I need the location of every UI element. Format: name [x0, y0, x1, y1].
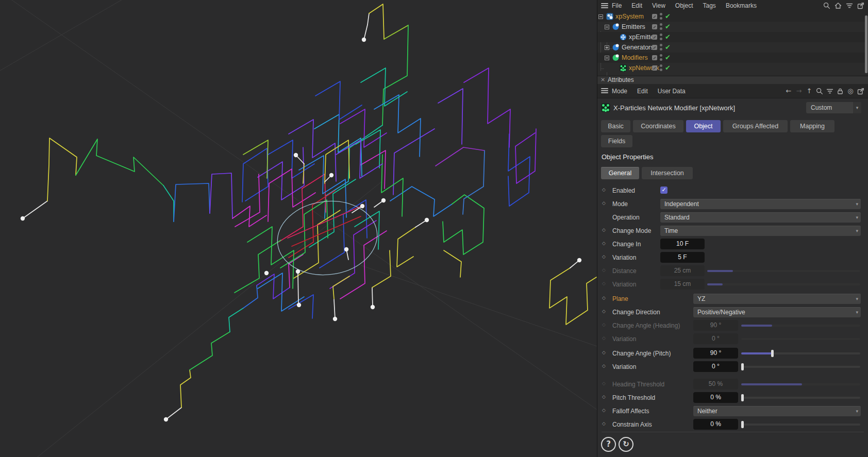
tree-row-xpnetwork[interactable]: xpNetwork✔: [597, 63, 868, 73]
search-icon[interactable]: [823, 2, 830, 9]
keyframe-diamond-icon[interactable]: ◇: [602, 408, 606, 413]
hamburger-menu-icon[interactable]: [601, 3, 608, 9]
value-input[interactable]: 0 °: [693, 361, 738, 372]
edit-toggle-icon[interactable]: [652, 55, 657, 60]
keyframe-diamond-icon[interactable]: ◇: [602, 350, 606, 355]
value-input[interactable]: 5 F: [660, 252, 705, 263]
filter-icon[interactable]: [846, 2, 853, 9]
tree-row-xpemitter[interactable]: xpEmitter✔: [597, 32, 868, 42]
menu-item-view[interactable]: View: [652, 2, 665, 9]
enabled-check-icon[interactable]: ✔: [665, 63, 671, 73]
keyframe-diamond-icon[interactable]: ◇: [602, 421, 606, 426]
expand-icon[interactable]: [605, 45, 609, 50]
tab-groups-affected[interactable]: Groups Affected: [723, 120, 788, 132]
forward-arrow-icon[interactable]: →: [795, 88, 803, 95]
edit-toggle-icon[interactable]: [652, 24, 657, 29]
enabled-check-icon[interactable]: ✔: [665, 32, 671, 42]
menu-item-bookmarks[interactable]: Bookmarks: [726, 2, 757, 9]
tree-row-xpsystem[interactable]: xpSystem✔: [597, 11, 868, 22]
tab-basic[interactable]: Basic: [601, 120, 630, 132]
keyframe-diamond-icon[interactable]: ◇: [602, 381, 606, 386]
tab-object[interactable]: Object: [686, 120, 721, 132]
menu-item-edit[interactable]: Edit: [631, 2, 642, 9]
keyframe-diamond-icon[interactable]: ◇: [602, 394, 606, 399]
value-input[interactable]: 90 °: [693, 348, 738, 359]
tree-row-modifiers[interactable]: Modifiers✔: [597, 53, 868, 63]
value-input[interactable]: 0 %: [693, 392, 738, 403]
keyframe-diamond-icon[interactable]: ◇: [602, 200, 606, 206]
enabled-check-icon[interactable]: ✔: [665, 42, 671, 53]
keyframe-diamond-icon[interactable]: ◇: [602, 281, 606, 286]
slider-handle[interactable]: [741, 363, 744, 370]
keyframe-diamond-icon[interactable]: ◇: [602, 309, 606, 314]
enabled-check-icon[interactable]: ✔: [665, 11, 671, 22]
keyframe-diamond-icon[interactable]: ◇: [602, 254, 606, 259]
menu-item-object[interactable]: Object: [675, 2, 693, 9]
slider[interactable]: [741, 397, 860, 399]
slider[interactable]: [741, 352, 860, 354]
close-icon[interactable]: ×: [600, 76, 605, 83]
edit-toggle-icon[interactable]: [652, 45, 657, 50]
visibility-dots-icon[interactable]: [660, 33, 662, 41]
tree-row-emitters[interactable]: Emitters✔: [597, 22, 868, 32]
hamburger-menu-icon[interactable]: [601, 88, 608, 94]
help-icon[interactable]: ?: [601, 437, 616, 452]
select-dropdown[interactable]: Time▾: [660, 226, 861, 236]
collapse-icon[interactable]: [605, 56, 609, 60]
up-arrow-icon[interactable]: ↑: [806, 88, 813, 95]
keyframe-diamond-icon[interactable]: ◇: [602, 187, 606, 192]
select-dropdown[interactable]: Positive/Negative▾: [693, 307, 861, 317]
tree-row-generators[interactable]: Generators✔: [597, 42, 868, 53]
lock-icon[interactable]: [837, 88, 844, 95]
visibility-dots-icon[interactable]: [660, 54, 662, 61]
menu-item-file[interactable]: File: [612, 2, 622, 9]
edit-toggle-icon[interactable]: [652, 65, 657, 71]
visibility-dots-icon[interactable]: [660, 44, 662, 51]
back-arrow-icon[interactable]: ←: [785, 88, 792, 95]
home-icon[interactable]: [834, 2, 842, 9]
slider-handle[interactable]: [771, 350, 774, 357]
keyframe-diamond-icon[interactable]: ◇: [602, 322, 606, 327]
keyframe-diamond-icon[interactable]: ◇: [602, 295, 606, 300]
attr-menu-item-mode[interactable]: Mode: [612, 88, 627, 95]
attr-menu-item-user-data[interactable]: User Data: [658, 88, 686, 95]
keyframe-diamond-icon[interactable]: ◇: [602, 363, 606, 368]
slider-handle[interactable]: [741, 421, 744, 428]
tab-fields[interactable]: Fields: [601, 135, 632, 147]
keyframe-diamond-icon[interactable]: ◇: [602, 267, 606, 273]
enabled-check-icon[interactable]: ✔: [665, 22, 671, 32]
select-dropdown[interactable]: Standard▾: [660, 212, 861, 223]
visibility-dots-icon[interactable]: [660, 23, 662, 30]
slider[interactable]: [741, 366, 860, 368]
new-panel-icon[interactable]: [857, 2, 864, 9]
value-input[interactable]: 10 F: [660, 239, 705, 249]
slider[interactable]: [741, 424, 860, 426]
menu-item-tags[interactable]: Tags: [703, 2, 716, 9]
enabled-check-icon[interactable]: ✔: [665, 53, 671, 63]
filter-icon[interactable]: [826, 88, 833, 95]
keyframe-diamond-icon[interactable]: ◇: [602, 227, 606, 232]
preset-dropdown[interactable]: Custom ▾: [806, 102, 861, 113]
checkbox-checked[interactable]: [660, 187, 667, 194]
collapse-icon[interactable]: [605, 25, 609, 29]
new-panel-icon[interactable]: [857, 88, 864, 95]
tree-scrollbar[interactable]: [865, 15, 867, 73]
viewport-3d[interactable]: [0, 0, 597, 457]
keyframe-diamond-icon[interactable]: ◇: [602, 241, 606, 246]
target-icon[interactable]: ◎: [847, 88, 854, 95]
subtab-intersection[interactable]: Intersection: [642, 167, 693, 179]
tab-coordinates[interactable]: Coordinates: [633, 120, 683, 132]
search-icon[interactable]: [816, 88, 823, 95]
visibility-dots-icon[interactable]: [660, 13, 662, 20]
edit-toggle-icon[interactable]: [652, 14, 657, 19]
visibility-dots-icon[interactable]: [660, 64, 662, 72]
subtab-general[interactable]: General: [601, 167, 639, 179]
select-dropdown[interactable]: YZ▾: [693, 294, 861, 304]
select-dropdown[interactable]: Independent▾: [660, 199, 861, 209]
collapse-icon[interactable]: [598, 14, 603, 19]
slider-handle[interactable]: [741, 394, 744, 401]
tab-mapping[interactable]: Mapping: [790, 120, 834, 132]
attr-menu-item-edit[interactable]: Edit: [637, 88, 648, 95]
reset-icon[interactable]: ↻: [619, 437, 633, 452]
select-dropdown[interactable]: Neither▾: [693, 406, 861, 416]
